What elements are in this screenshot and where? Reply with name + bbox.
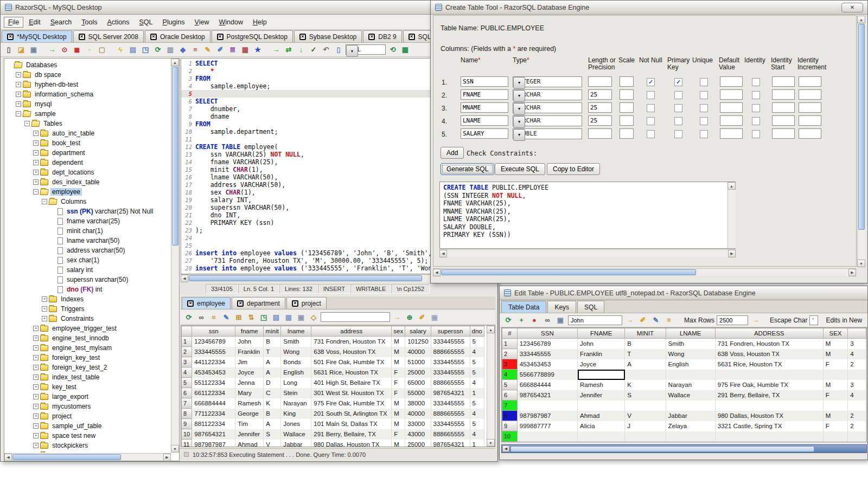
- tree-item[interactable]: +mysql: [5, 99, 170, 109]
- refresh-grid-icon[interactable]: ⟳: [503, 315, 514, 326]
- cell[interactable]: 40000: [405, 409, 431, 419]
- cell[interactable]: 551122334: [192, 378, 235, 388]
- view-toggle-icon[interactable]: ∞: [196, 312, 207, 322]
- scale-input[interactable]: [620, 128, 634, 139]
- column-type-select[interactable]: VARCHAR▼: [513, 102, 582, 113]
- cell[interactable]: 333445555: [431, 419, 470, 429]
- cell[interactable]: F: [392, 367, 405, 378]
- filter-icon[interactable]: ≡: [208, 312, 219, 322]
- default-value-input[interactable]: [720, 128, 743, 139]
- row-number[interactable]: 5: [502, 380, 518, 390]
- edit-mode-icon[interactable]: ✎: [650, 315, 661, 326]
- cell[interactable]: B: [264, 337, 281, 347]
- cell[interactable]: Jenna: [235, 378, 264, 388]
- results-vertical-scrollbar[interactable]: ▲ ▼: [487, 326, 495, 447]
- cell[interactable]: 123456789: [517, 339, 577, 349]
- cell[interactable]: Franklin: [578, 349, 625, 359]
- refresh-results-icon[interactable]: ⟳: [183, 312, 194, 322]
- add-row-icon[interactable]: +: [516, 315, 527, 326]
- cell[interactable]: 1: [470, 440, 484, 448]
- close-tab-icon[interactable]: ✕: [299, 34, 306, 40]
- next-statement-icon[interactable]: →: [271, 44, 282, 55]
- expand-icon[interactable]: +: [33, 355, 39, 360]
- paste-icon[interactable]: ▯: [333, 44, 344, 55]
- new-file-icon[interactable]: ▯: [3, 44, 14, 55]
- unique-checkbox[interactable]: [700, 91, 708, 99]
- cell[interactable]: 333445555: [517, 349, 577, 359]
- length-input[interactable]: [588, 102, 612, 113]
- chevron-down-icon[interactable]: ▼: [513, 77, 525, 89]
- tree-item[interactable]: +employee_trigger_test: [5, 324, 170, 333]
- favorites-icon[interactable]: ★: [252, 44, 263, 55]
- export-icon[interactable]: ◳: [258, 312, 269, 322]
- cell[interactable]: Stein: [281, 388, 311, 398]
- edit-titlebar[interactable]: Edit Table - PUBLIC.EMPLOYEE utf8_notepa…: [500, 286, 867, 300]
- length-input[interactable]: [588, 128, 612, 139]
- cell[interactable]: Ramesh: [235, 398, 264, 409]
- connection-tab[interactable]: ✕*MySQL Desktop: [2, 30, 72, 42]
- cell[interactable]: 40000: [405, 347, 431, 357]
- row-number[interactable]: 1: [502, 339, 518, 349]
- primary-key-checkbox[interactable]: [674, 117, 682, 125]
- results-icon[interactable]: ≡: [190, 44, 201, 55]
- cell[interactable]: S: [264, 429, 281, 440]
- cell[interactable]: Jennifer: [578, 390, 625, 401]
- expand-icon[interactable]: +: [33, 335, 39, 341]
- menu-search[interactable]: Search: [46, 17, 76, 28]
- identity-increment-input[interactable]: [799, 89, 821, 100]
- cell[interactable]: 2: [848, 359, 866, 370]
- scroll-right-icon[interactable]: ▶: [848, 269, 856, 276]
- cell[interactable]: 333445555: [431, 367, 470, 378]
- cell[interactable]: Joyce: [578, 359, 625, 370]
- database-icon[interactable]: ▢: [97, 44, 107, 55]
- column-header[interactable]: SSN: [517, 328, 577, 339]
- cell[interactable]: A: [625, 359, 666, 370]
- row-number[interactable]: 1: [182, 337, 192, 347]
- row-number[interactable]: 5: [182, 378, 192, 388]
- scroll-left-icon[interactable]: ◀: [502, 445, 509, 452]
- new-connection-icon[interactable]: ◦: [84, 44, 95, 55]
- cell[interactable]: 661122334: [192, 388, 235, 398]
- cell[interactable]: [625, 370, 666, 380]
- column-name-input[interactable]: [461, 115, 508, 126]
- identity-increment-input[interactable]: [799, 102, 821, 113]
- cell[interactable]: V: [625, 411, 666, 421]
- close-tab-icon[interactable]: ✕: [368, 34, 375, 40]
- cell[interactable]: M: [392, 440, 405, 448]
- column-name-input[interactable]: [461, 76, 508, 87]
- row-number[interactable]: 10: [502, 431, 518, 442]
- cell[interactable]: Jabbar: [281, 440, 311, 448]
- row-number[interactable]: 4: [182, 367, 192, 378]
- cell[interactable]: 888665555: [431, 347, 470, 357]
- cell[interactable]: 291 Berry, Bellaire, TX: [311, 429, 392, 440]
- cell[interactable]: M: [823, 411, 848, 421]
- cell[interactable]: 987654321: [431, 388, 470, 398]
- main-titlebar[interactable]: RazorSQL - MySQL Desktop: [1, 1, 497, 15]
- cell[interactable]: [578, 370, 625, 380]
- tree-item[interactable]: +auto_inc_table: [5, 128, 170, 138]
- cell[interactable]: 999887777: [517, 421, 577, 431]
- close-tab-icon[interactable]: ✕: [187, 300, 194, 307]
- cell[interactable]: 5631 Rice, Houston TX: [311, 367, 392, 378]
- cell[interactable]: Jones: [281, 419, 311, 429]
- tree-item[interactable]: +large_export: [5, 392, 170, 402]
- cell[interactable]: M: [392, 357, 405, 367]
- cell[interactable]: 55000: [405, 388, 431, 398]
- save-edits-icon[interactable]: ▣: [555, 315, 566, 326]
- tree-item[interactable]: +Constraints: [5, 314, 170, 324]
- cell[interactable]: 987654321: [431, 440, 470, 448]
- cell[interactable]: 2: [848, 421, 866, 431]
- identity-increment-input[interactable]: [799, 128, 821, 139]
- cell[interactable]: J: [625, 421, 666, 431]
- connection-tab[interactable]: ✕SQL Server 2008: [73, 30, 144, 42]
- cell[interactable]: [848, 370, 866, 380]
- edit-hscroll-thumb[interactable]: [510, 446, 814, 452]
- tree-item[interactable]: +engine_test_myisam: [5, 343, 170, 353]
- column-header[interactable]: dno: [470, 326, 484, 337]
- scale-input[interactable]: [620, 76, 634, 87]
- cell[interactable]: [823, 370, 848, 380]
- expand-icon[interactable]: +: [42, 316, 47, 321]
- cell[interactable]: 888665555: [431, 409, 470, 419]
- cell[interactable]: 5566778899: [517, 370, 577, 380]
- scroll-right-icon[interactable]: ▶: [163, 454, 171, 461]
